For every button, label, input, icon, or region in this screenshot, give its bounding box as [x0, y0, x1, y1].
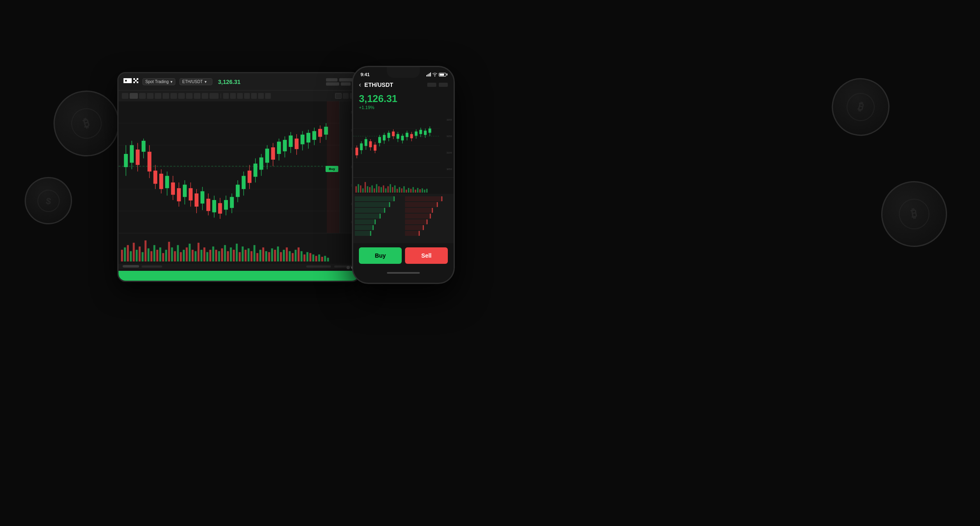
svg-rect-121: [174, 251, 176, 261]
svg-rect-161: [292, 253, 294, 261]
toolbar-icon[interactable]: [223, 93, 229, 99]
tablet-scrollbar[interactable]: [119, 264, 359, 269]
svg-rect-91: [295, 139, 299, 149]
toolbar-icon[interactable]: [237, 93, 243, 99]
svg-rect-131: [203, 247, 205, 261]
svg-rect-9: [125, 78, 127, 80]
svg-rect-8: [123, 78, 125, 80]
phone-action-buttons: Buy Sell: [353, 243, 454, 269]
svg-rect-178: [356, 148, 358, 156]
svg-rect-219: [371, 186, 372, 193]
wifi-icon: [432, 72, 438, 77]
chart-buy-button[interactable]: Buy: [326, 166, 338, 172]
phone-y-label: 3200: [440, 119, 452, 121]
toolbar-item-active[interactable]: [130, 93, 138, 99]
svg-rect-108: [136, 250, 138, 261]
toolbar-item[interactable]: [139, 93, 146, 99]
svg-rect-81: [265, 149, 269, 163]
toolbar-item[interactable]: [147, 93, 154, 99]
toolbar-icon[interactable]: [265, 93, 271, 99]
svg-rect-16: [128, 78, 130, 80]
svg-rect-77: [254, 163, 258, 177]
svg-rect-186: [374, 145, 377, 151]
sell-button[interactable]: Sell: [405, 247, 448, 264]
svg-rect-150: [259, 250, 261, 261]
svg-rect-169: [315, 256, 317, 262]
phone-nav-right: [427, 83, 448, 87]
phone-y-label: 3100: [440, 151, 452, 154]
toolbar-item[interactable]: [163, 93, 169, 99]
home-indicator: [353, 269, 454, 277]
svg-rect-132: [206, 252, 208, 262]
ob-row: [355, 225, 374, 230]
back-button[interactable]: ‹: [359, 81, 361, 88]
signal-icon: [426, 72, 431, 77]
phone-device: 9:41 ‹: [352, 66, 455, 284]
svg-rect-93: [300, 135, 305, 144]
toolbar-item[interactable]: [170, 93, 177, 99]
toolbar-icon[interactable]: [244, 93, 250, 99]
tablet-toolbar: [119, 91, 359, 101]
svg-rect-55: [189, 188, 193, 200]
ob-row: [355, 214, 381, 219]
svg-text:₿: ₿: [82, 116, 91, 130]
toolbar-icon[interactable]: [230, 93, 236, 99]
svg-rect-147: [251, 251, 253, 261]
svg-rect-25: [133, 81, 135, 83]
svg-rect-89: [289, 135, 293, 147]
ob-row: [405, 214, 431, 219]
svg-rect-217: [367, 186, 368, 193]
spot-trading-dropdown[interactable]: Spot Trading ▾: [142, 78, 175, 85]
svg-rect-224: [383, 186, 384, 193]
svg-rect-19: [130, 80, 132, 81]
ob-row: [405, 202, 438, 207]
svg-rect-140: [230, 247, 232, 261]
toolbar-item[interactable]: [194, 93, 200, 99]
svg-rect-123: [180, 252, 182, 262]
toolbar-item[interactable]: [178, 93, 185, 99]
toolbar-icon[interactable]: [251, 93, 257, 99]
svg-rect-221: [376, 184, 377, 193]
phone-nav: ‹ ETH/USDT: [353, 79, 454, 91]
page-dot: [347, 266, 350, 269]
dollar-coin-bottomleft: $: [21, 173, 76, 228]
chart-type-icon[interactable]: [335, 93, 342, 99]
svg-rect-182: [365, 139, 368, 146]
svg-rect-194: [392, 132, 395, 136]
toolbar-timeframe[interactable]: [210, 93, 219, 99]
svg-rect-229: [394, 186, 396, 193]
svg-rect-164: [300, 251, 303, 261]
toolbar-item[interactable]: [186, 93, 193, 99]
scroll-thumb[interactable]: [123, 265, 139, 268]
ob-row: [405, 231, 420, 236]
okx-logo: [123, 78, 138, 86]
svg-rect-165: [303, 254, 305, 261]
svg-rect-118: [165, 250, 167, 261]
chart-icon[interactable]: [343, 93, 349, 99]
orderbook-sell-col: [403, 194, 454, 243]
svg-rect-145: [244, 250, 247, 261]
tablet-device: Spot Trading ▾ ETH/USDT ▾ 3,126.31: [117, 72, 360, 282]
toolbar-item[interactable]: [202, 93, 208, 99]
svg-rect-37: [136, 149, 140, 165]
svg-rect-107: [133, 243, 135, 262]
svg-rect-109: [139, 247, 141, 261]
phone-price: 3,126.31: [359, 93, 448, 104]
svg-rect-235: [408, 188, 409, 193]
svg-rect-110: [142, 252, 144, 262]
svg-rect-220: [374, 189, 375, 193]
svg-rect-215: [362, 189, 363, 193]
toolbar-item[interactable]: [122, 93, 128, 99]
svg-rect-226: [387, 186, 389, 193]
toolbar-icon[interactable]: [258, 93, 264, 99]
pair-dropdown[interactable]: ETH/USDT ▾: [179, 78, 212, 85]
svg-rect-122: [177, 245, 179, 261]
svg-rect-10: [127, 78, 128, 80]
buy-button[interactable]: Buy: [359, 247, 402, 264]
svg-rect-125: [186, 247, 188, 261]
ob-row: [405, 225, 424, 230]
toolbar-item[interactable]: [155, 93, 161, 99]
svg-rect-14: [125, 81, 127, 83]
svg-rect-41: [147, 152, 151, 172]
svg-rect-61: [206, 199, 210, 211]
